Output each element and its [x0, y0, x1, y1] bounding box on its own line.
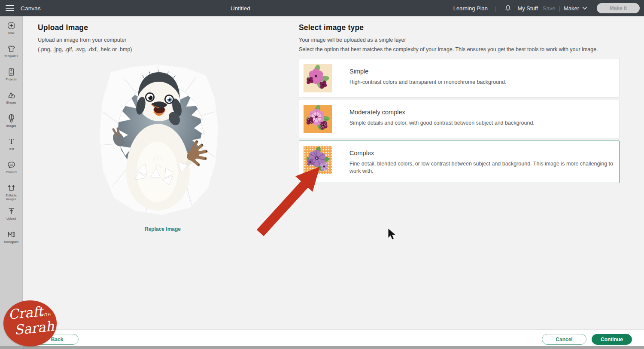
option-card-complex[interactable]: Complex Fine detail, blended colors, or …: [299, 141, 620, 183]
sidebar-item-upload[interactable]: Upload: [0, 207, 22, 230]
document-title[interactable]: Untitled: [231, 0, 250, 16]
single-layer-note: Your image will be uploaded as a single …: [299, 37, 406, 43]
upload-subtitle: Upload an image from your computer: [38, 37, 126, 43]
sidebar-item-shapes[interactable]: Shapes: [0, 91, 22, 114]
option-description: Fine detail, blended colors, or low cont…: [349, 160, 613, 175]
my-stuff-link[interactable]: My Stuff: [517, 5, 538, 12]
option-card-simple[interactable]: Simple High-contrast colors and transpar…: [299, 59, 620, 98]
topbar-divider: |: [559, 5, 560, 12]
canvas-label[interactable]: Canvas: [21, 5, 41, 12]
craft-with-sarah-watermark: Craft with Sarah: [3, 300, 57, 346]
plus-circle-icon: [7, 21, 16, 30]
sidebar-item-label: Projects: [5, 78, 17, 82]
sidebar-item-label: Images: [6, 124, 17, 128]
machine-select[interactable]: Maker: [564, 5, 587, 12]
sidebar-item-phrases[interactable]: Phrases: [0, 160, 22, 184]
mouse-cursor: [388, 228, 397, 241]
sidebar-item-label: Monogram: [3, 240, 18, 244]
penguin-breaking-through-wall-image: [94, 59, 222, 223]
sidebar-item-label: Templates: [4, 55, 18, 58]
cancel-button[interactable]: Cancel: [542, 334, 586, 345]
watermark-text: with: [39, 312, 52, 318]
uploaded-image-preview: [94, 59, 222, 223]
project-card-icon: [7, 67, 16, 77]
sidebar: New Templates Projects Shapes: [0, 16, 23, 346]
option-name: Simple: [349, 68, 613, 75]
sidebar-item-projects[interactable]: Projects: [0, 67, 22, 91]
hot-air-balloon-icon: [7, 114, 16, 123]
sidebar-item-label: Shapes: [6, 101, 17, 105]
topbar: Canvas Untitled Learning Plan | My Stuff…: [0, 0, 644, 16]
option-card-moderately-complex[interactable]: Moderately complex Simple details and co…: [299, 100, 620, 138]
sidebar-item-text[interactable]: T Text: [0, 137, 22, 160]
hamburger-icon[interactable]: [6, 5, 14, 11]
option-name: Complex: [349, 150, 613, 156]
monogram-icon: [7, 230, 16, 239]
sidebar-item-templates[interactable]: Templates: [0, 44, 22, 67]
sidebar-item-label: Phrases: [5, 171, 17, 174]
shapes-icon: [7, 91, 16, 100]
topbar-divider: |: [495, 5, 496, 12]
upload-formats: (.png, .jpg, .gif, .svg, .dxf, .heic or …: [38, 46, 132, 52]
sidebar-item-editable-images[interactable]: Editable Images: [0, 184, 22, 207]
bottom-strip: [0, 346, 644, 349]
app-window: Canvas Untitled Learning Plan | My Stuff…: [0, 0, 644, 349]
footer-bar: Back Cancel Continue: [23, 329, 644, 346]
moderately-complex-flowers-thumbnail: [304, 105, 332, 133]
editable-images-icon: [7, 184, 16, 193]
sidebar-item-monogram[interactable]: Monogram: [0, 230, 22, 253]
speech-bubble-icon: [7, 160, 16, 169]
continue-button[interactable]: Continue: [592, 334, 632, 345]
sidebar-item-label: New: [8, 31, 15, 35]
option-description: High-contrast colors and transparent or …: [349, 79, 613, 86]
option-description: Simple details and color, with good cont…: [349, 119, 613, 127]
svg-text:T: T: [9, 137, 14, 146]
upload-image-title: Upload Image: [38, 23, 88, 32]
make-it-button: Make It: [597, 3, 640, 13]
sidebar-item-label: Editable Images: [0, 194, 22, 202]
chevron-down-icon: [582, 6, 587, 10]
tshirt-icon: [7, 44, 16, 53]
sidebar-item-label: Upload: [6, 217, 16, 221]
replace-image-link[interactable]: Replace Image: [145, 226, 181, 232]
machine-label: Maker: [564, 5, 579, 12]
bell-icon[interactable]: [504, 4, 512, 12]
complex-flowers-thumbnail: [304, 146, 332, 174]
letter-t-icon: T: [7, 137, 16, 146]
save-button: Save: [543, 5, 556, 12]
sidebar-item-label: Text: [8, 147, 15, 151]
sidebar-item-new[interactable]: New: [0, 21, 22, 44]
simple-flowers-thumbnail: [304, 64, 332, 92]
image-type-options: Simple High-contrast colors and transpar…: [299, 59, 620, 183]
select-image-type-title: Select image type: [299, 23, 364, 32]
option-name: Moderately complex: [349, 109, 613, 116]
upload-arrow-icon: [7, 207, 16, 216]
learning-plan-link[interactable]: Learning Plan: [453, 5, 488, 12]
complexity-hint: Select the option that best matches the …: [299, 46, 598, 52]
sidebar-item-images[interactable]: Images: [0, 114, 22, 137]
